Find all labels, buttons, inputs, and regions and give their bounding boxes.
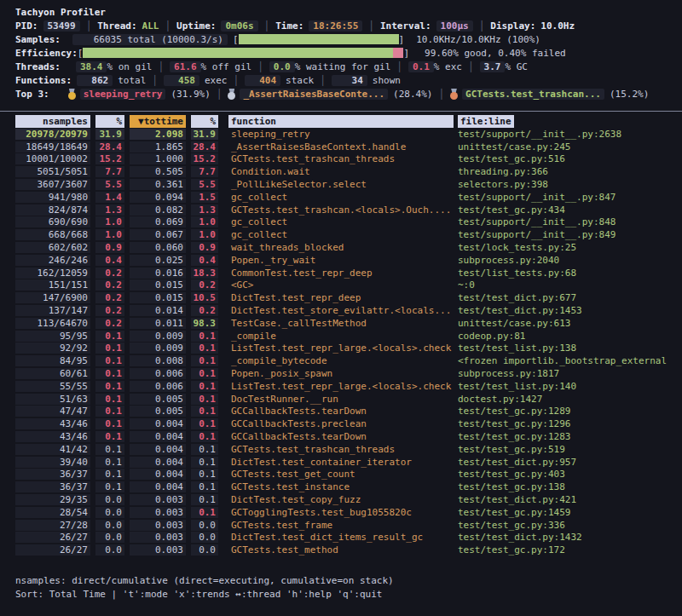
percent-cumulative-cell: 0.1 [191, 355, 218, 366]
function-cell: <GC> [228, 279, 454, 291]
file-line-cell: codeop.py:81 [458, 331, 679, 342]
table-row[interactable]: 55/55 0.1 0.006 0.1 ListTest.test_repr_l… [15, 380, 679, 393]
function-cell: GCTogglingTests.test_bug1055820c [228, 507, 454, 518]
nsamples-cell: 43/46 [15, 431, 90, 442]
table-row[interactable]: 92/92 0.1 0.009 0.1 ListTest.test_repr_l… [15, 343, 679, 355]
table-row[interactable]: 246/246 0.4 0.025 0.4 Popen._try_wait su… [15, 254, 679, 267]
tottime-cell: 0.003 [130, 544, 186, 556]
file-line-cell: test/support/__init__.py:848 [458, 216, 679, 227]
table-row[interactable]: 26/27 0.0 0.003 0.0 GCTests.test_method … [15, 544, 679, 556]
column-header-pct2[interactable]: % [191, 115, 218, 128]
table-header: nsamples % ▼tottime % function file:line [15, 114, 679, 128]
file-line-cell: test/test_gc.py:138 [458, 481, 679, 492]
functions-total-value: 862 [77, 75, 113, 86]
table-row[interactable]: 602/602 0.9 0.060 0.9 wait_threads_block… [15, 241, 679, 254]
top2-function: _AssertRaisesBaseConte... [240, 89, 388, 100]
percent-cumulative-cell: 0.9 [191, 242, 218, 253]
file-line-cell: test/support/__init__.py:849 [458, 229, 679, 240]
table-row[interactable]: 690/690 1.0 0.069 1.0 gc_collect test/su… [15, 216, 679, 229]
table-row[interactable]: 51/63 0.1 0.005 0.1 DocTestRunner.__run … [15, 393, 679, 406]
footer-legend: nsamples: direct/cumulative (direct=exec… [15, 573, 679, 587]
top3-row: Top 3: sleeping_retry (31.9%) │ _AssertR… [15, 87, 679, 101]
separator-rule [0, 111, 682, 112]
tottime-cell: 0.008 [130, 355, 186, 366]
table-row[interactable]: 28/54 0.0 0.003 0.1 GCTogglingTests.test… [15, 506, 679, 519]
separator: │ [165, 20, 170, 32]
functions-shown-value: 34 [332, 75, 367, 86]
table-row[interactable]: 18649/18649 28.4 1.865 28.4 _AssertRaise… [15, 141, 679, 153]
percent-direct-cell: 0.2 [95, 279, 124, 291]
nsamples-cell: 602/602 [15, 242, 90, 253]
column-header-pct1[interactable]: % [95, 115, 124, 128]
percent-direct-cell: 0.4 [95, 255, 124, 266]
table-row[interactable]: 941/980 1.4 0.094 1.5 gc_collect test/su… [15, 191, 679, 204]
functions-shown-text: shown [373, 75, 401, 86]
file-line-cell: test/test_list.py:140 [458, 381, 679, 392]
table-row[interactable]: 668/668 1.0 0.067 1.0 gc_collect test/su… [15, 228, 679, 241]
table-row[interactable]: 43/46 0.1 0.004 0.1 GCCallbackTests.tear… [15, 430, 679, 443]
percent-direct-cell: 0.1 [95, 381, 124, 392]
tottime-cell: 0.006 [130, 381, 186, 392]
efficiency-bar [83, 48, 403, 58]
table-row[interactable]: 113/64670 0.2 0.011 98.3 TestCase._callT… [15, 317, 679, 330]
separator: │ [479, 20, 485, 32]
table-row[interactable]: 20978/20979 31.9 2.098 31.9 sleeping_ret… [15, 128, 679, 141]
file-line-cell: doctest.py:1427 [458, 394, 679, 405]
function-cell: Popen._try_wait [228, 255, 454, 266]
top1-percent: (31.9%) [170, 89, 210, 100]
file-line-cell: ~:0 [458, 279, 679, 291]
nsamples-cell: 246/246 [15, 255, 90, 266]
table-row[interactable]: 36/37 0.1 0.004 0.1 GCTests.test_get_cou… [15, 469, 679, 481]
table-row[interactable]: 29/35 0.0 0.003 0.1 DictTest.test_copy_f… [15, 493, 679, 506]
tottime-cell: 0.069 [130, 216, 186, 227]
column-header-nsamples[interactable]: nsamples [15, 115, 90, 128]
pid-label: PID: [15, 20, 38, 32]
table-row[interactable]: 36/37 0.1 0.004 0.1 GCTests.test_instanc… [15, 481, 679, 493]
column-header-file-line[interactable]: file:line [458, 115, 514, 128]
percent-direct-cell: 0.1 [95, 394, 124, 405]
table-row[interactable]: 151/151 0.2 0.015 0.2 <GC> ~:0 [15, 279, 679, 292]
separator: │ [217, 89, 223, 100]
table-row[interactable]: 43/46 0.1 0.004 0.1 GCCallbackTests.prec… [15, 417, 679, 430]
table-row[interactable]: 41/42 0.1 0.004 0.1 GCTests.test_trashca… [15, 443, 679, 456]
table-row[interactable]: 137/147 0.2 0.014 0.2 DictTest.test_stor… [15, 304, 679, 317]
function-cell: _compile [228, 331, 454, 342]
table-row[interactable]: 5051/5051 7.7 0.505 7.7 Condition.wait t… [15, 165, 679, 178]
table-row[interactable]: 3607/3607 5.5 0.361 5.5 _PollLikeSelecto… [15, 178, 679, 191]
table-row[interactable]: 27/28 0.0 0.003 0.0 GCTests.test_frame t… [15, 519, 679, 532]
file-line-cell: test/test_gc.py:336 [458, 520, 679, 531]
tottime-cell: 0.082 [130, 204, 186, 216]
function-cell: TestCase._callTestMethod [228, 318, 454, 329]
nsamples-cell: 39/40 [15, 457, 90, 468]
table-row[interactable]: 95/95 0.1 0.009 0.1 _compile codeop.py:8… [15, 330, 679, 343]
top3-percent: (15.2%) [610, 89, 649, 100]
percent-cumulative-cell: 5.5 [191, 179, 218, 190]
table-row[interactable]: 84/95 0.1 0.008 0.1 _compile_bytecode <f… [15, 354, 679, 367]
table-row[interactable]: 10001/10002 15.2 1.000 15.2 GCTests.test… [15, 153, 679, 166]
table-row[interactable]: 60/61 0.1 0.006 0.1 Popen._posix_spawn s… [15, 367, 679, 380]
table-row[interactable]: 47/47 0.1 0.005 0.1 GCCallbackTests.tear… [15, 406, 679, 418]
functions-stack-value: 404 [245, 75, 280, 86]
table-row[interactable]: 26/27 0.0 0.003 0.0 DictTest.test_dict_i… [15, 532, 679, 544]
nsamples-cell: 26/27 [15, 532, 90, 543]
table-row[interactable]: 147/6900 0.2 0.015 10.5 DictTest.test_re… [15, 291, 679, 304]
tottime-cell: 0.009 [130, 343, 186, 354]
off-gil-text: % off gil [201, 61, 252, 72]
percent-cumulative-cell: 0.1 [191, 343, 218, 354]
file-line-cell: test/support/__init__.py:847 [458, 192, 679, 203]
table-row[interactable]: 39/40 0.1 0.004 0.1 DictTest.test_contai… [15, 456, 679, 469]
percent-direct-cell: 5.5 [95, 179, 124, 190]
tottime-cell: 1.865 [130, 141, 186, 153]
exc-value: 0.1 [408, 61, 434, 72]
file-line-cell: test/test_gc.py:434 [458, 204, 679, 216]
table-row[interactable]: 824/874 1.3 0.082 1.3 GCTests.test_trash… [15, 204, 679, 216]
table-row[interactable]: 162/12059 0.2 0.016 18.3 CommonTest.test… [15, 267, 679, 279]
tottime-cell: 0.004 [130, 457, 186, 468]
column-header-function[interactable]: function [228, 115, 454, 128]
nsamples-cell: 941/980 [15, 192, 90, 203]
column-header-tottime-sorted[interactable]: ▼tottime [130, 115, 186, 128]
percent-direct-cell: 0.2 [95, 305, 124, 316]
thread-label: Thread: [97, 20, 136, 32]
tottime-cell: 0.003 [130, 507, 186, 518]
uptime-label: Uptime: [176, 20, 216, 32]
